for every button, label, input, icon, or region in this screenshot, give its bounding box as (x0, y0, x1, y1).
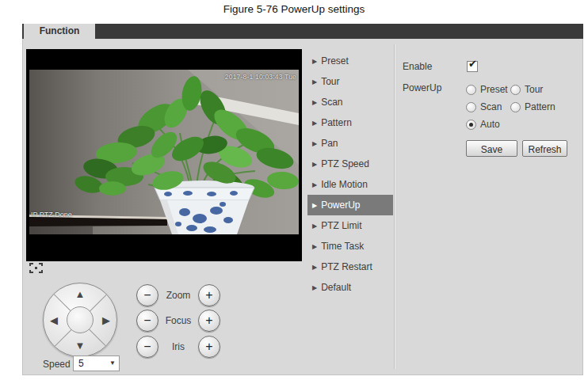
menu-item-tour[interactable]: ▶Tour (307, 71, 393, 92)
radio-option-auto[interactable]: Auto (466, 119, 500, 130)
menu-item-label: Pattern (321, 117, 352, 128)
radio-icon[interactable] (466, 120, 476, 130)
powerup-options: PresetTourScanPatternAuto (466, 81, 556, 133)
radio-icon[interactable] (510, 102, 521, 112)
iris-plus-button[interactable]: + (198, 336, 220, 358)
menu-item-preset[interactable]: ▶Preset (307, 51, 393, 71)
radio-option-label: Scan (480, 101, 502, 112)
zoom-minus-button[interactable]: − (136, 284, 158, 306)
menu-item-pattern[interactable]: ▶Pattern (307, 112, 393, 133)
menu-bullet-icon: ▶ (312, 264, 317, 271)
checkmark-icon: ✔ (468, 58, 477, 70)
speed-select[interactable]: 5 ▼ (73, 355, 120, 371)
chevron-down-icon: ▼ (109, 359, 116, 367)
menu-item-pan[interactable]: ▶Pan (307, 133, 393, 154)
menu-bullet-icon: ▶ (312, 181, 317, 188)
axis-label: Iris (158, 341, 198, 352)
iris-minus-button[interactable]: − (136, 336, 158, 358)
ptz-menu: ▶Preset▶Tour▶Scan▶Pattern▶Pan▶PTZ Speed▶… (307, 51, 393, 298)
radio-icon[interactable] (466, 102, 476, 112)
save-button[interactable]: Save (466, 140, 517, 157)
speed-label: Speed (43, 359, 71, 370)
menu-bullet-icon: ▶ (312, 78, 317, 86)
ptz-direction-pad[interactable]: ▲ ▼ ◀ ▶ (43, 283, 117, 357)
powerup-label: PowerUp (403, 82, 441, 93)
refresh-button[interactable]: Refresh (522, 140, 567, 157)
radio-icon[interactable] (466, 85, 476, 95)
menu-item-label: PowerUp (321, 200, 360, 211)
radio-option-label: Auto (480, 119, 500, 130)
menu-item-label: Tour (321, 76, 339, 87)
radio-option-scan[interactable]: Scan (466, 101, 510, 112)
axis-row-focus: −Focus+ (136, 310, 220, 332)
focus-plus-button[interactable]: + (198, 310, 220, 332)
menu-item-ptz-speed[interactable]: ▶PTZ Speed (307, 154, 393, 174)
menu-item-label: PTZ Speed (321, 158, 369, 169)
dpad-up-icon[interactable]: ▲ (75, 289, 86, 299)
dpad-down-icon[interactable]: ▼ (75, 340, 86, 351)
enable-checkbox[interactable]: ✔ (467, 61, 478, 72)
axis-row-zoom: −Zoom+ (136, 284, 220, 306)
radio-option-tour[interactable]: Tour (510, 84, 543, 95)
axis-label: Focus (158, 315, 198, 326)
scene-plant-in-pot (29, 70, 299, 234)
tab-function[interactable]: Function (24, 24, 95, 39)
menu-item-label: Idle Motion (321, 179, 368, 190)
dpad-right-icon[interactable]: ▶ (102, 315, 110, 325)
radio-row: Auto (466, 116, 556, 133)
focus-minus-button[interactable]: − (136, 310, 158, 332)
radio-icon[interactable] (510, 85, 521, 95)
menu-item-label: Pan (321, 138, 338, 149)
menu-item-label: Default (321, 282, 351, 293)
radio-option-label: Tour (525, 84, 543, 95)
menu-bullet-icon: ▶ (312, 120, 317, 127)
radio-row: PresetTour (466, 81, 556, 98)
menu-item-ptz-restart[interactable]: ▶PTZ Restart (307, 257, 393, 277)
menu-item-time-task[interactable]: ▶Time Task (307, 236, 393, 257)
menu-item-powerup[interactable]: ▶PowerUp (307, 195, 393, 215)
menu-bullet-icon: ▶ (312, 202, 317, 209)
enable-label: Enable (403, 61, 432, 72)
video-footage: 2017-8-1 10:03:43 Tue IP PTZ Done (29, 70, 299, 234)
video-timestamp: 2017-8-1 10:03:43 Tue (225, 73, 296, 81)
menu-item-label: PTZ Limit (321, 220, 361, 231)
axis-label: Zoom (158, 290, 198, 301)
menu-item-label: PTZ Restart (321, 261, 372, 272)
fullscreen-icon[interactable] (29, 262, 43, 272)
radio-option-preset[interactable]: Preset (466, 84, 510, 95)
menu-item-label: Time Task (321, 241, 364, 252)
menu-item-default[interactable]: ▶Default (307, 277, 393, 298)
menu-bullet-icon: ▶ (312, 140, 317, 147)
video-status-osd: IP PTZ Done (31, 211, 72, 219)
menu-bullet-icon: ▶ (312, 222, 317, 230)
menu-bullet-icon: ▶ (312, 243, 317, 250)
tab-bar: Function (22, 24, 583, 39)
radio-row: ScanPattern (466, 98, 556, 116)
menu-bullet-icon: ▶ (312, 161, 317, 168)
axis-row-iris: −Iris+ (136, 336, 220, 358)
menu-item-ptz-limit[interactable]: ▶PTZ Limit (307, 215, 393, 236)
menu-item-label: Scan (321, 97, 342, 108)
video-preview: 2017-8-1 10:03:43 Tue IP PTZ Done (26, 49, 302, 261)
menu-item-scan[interactable]: ▶Scan (307, 92, 393, 112)
dpad-center[interactable] (67, 306, 94, 333)
menu-item-label: Preset (321, 55, 349, 67)
radio-dot (469, 123, 473, 127)
radio-option-label: Pattern (525, 101, 556, 112)
radio-option-pattern[interactable]: Pattern (510, 101, 556, 112)
panel-divider (394, 44, 395, 369)
menu-bullet-icon: ▶ (312, 284, 317, 291)
zoom-plus-button[interactable]: + (198, 284, 220, 306)
figure-caption: Figure 5-76 PowerUp settings (0, 3, 588, 15)
dpad-left-icon[interactable]: ◀ (50, 315, 58, 325)
menu-bullet-icon: ▶ (312, 58, 317, 65)
menu-bullet-icon: ▶ (312, 99, 317, 106)
radio-option-label: Preset (480, 84, 508, 95)
speed-value: 5 (78, 358, 84, 369)
menu-item-idle-motion[interactable]: ▶Idle Motion (307, 174, 393, 195)
